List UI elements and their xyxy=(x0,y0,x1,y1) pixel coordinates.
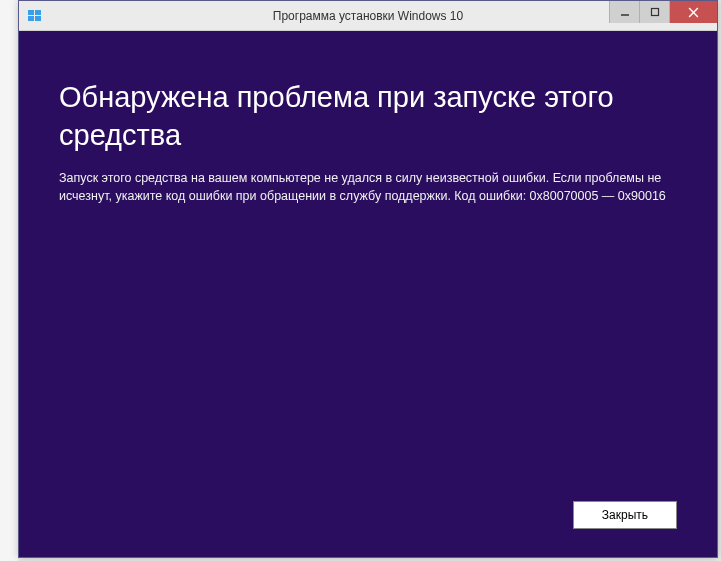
close-action-button[interactable]: Закрыть xyxy=(573,501,677,529)
footer: Закрыть xyxy=(59,501,677,537)
error-description: Запуск этого средства на вашем компьютер… xyxy=(59,170,677,205)
minimize-button[interactable] xyxy=(609,1,639,23)
svg-rect-1 xyxy=(35,10,41,15)
window-title: Программа установки Windows 10 xyxy=(273,9,463,23)
app-icon xyxy=(27,8,43,24)
content-area: Обнаружена проблема при запуске этого ср… xyxy=(19,31,717,557)
window-controls xyxy=(609,1,717,23)
installer-window: Программа установки Windows 10 Обнаружен… xyxy=(18,0,718,558)
background-clutter xyxy=(0,0,18,561)
close-button[interactable] xyxy=(669,1,717,23)
svg-rect-5 xyxy=(651,9,658,16)
svg-rect-3 xyxy=(35,16,41,21)
svg-rect-2 xyxy=(28,16,34,21)
svg-rect-0 xyxy=(28,10,34,15)
titlebar: Программа установки Windows 10 xyxy=(19,1,717,31)
error-heading: Обнаружена проблема при запуске этого ср… xyxy=(59,79,677,154)
maximize-button[interactable] xyxy=(639,1,669,23)
